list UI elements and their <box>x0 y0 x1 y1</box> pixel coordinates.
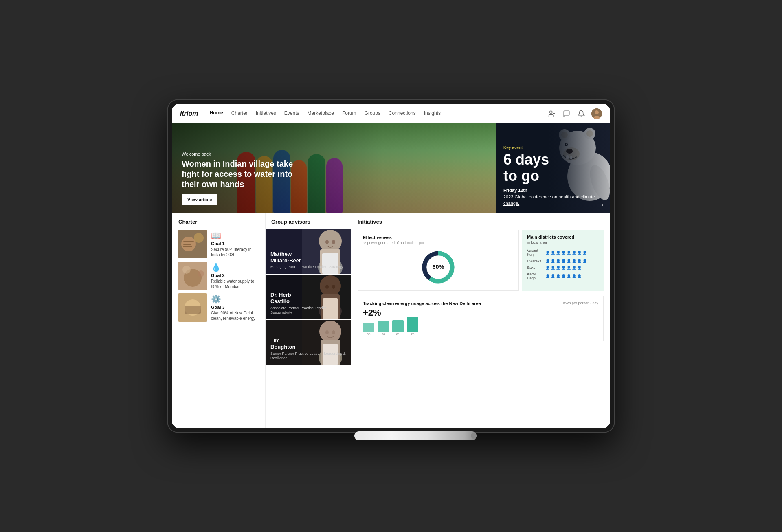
hero-welcome-text: Welcome back <box>182 152 486 156</box>
bar-73 <box>407 317 418 332</box>
person-icon-empty: 👤 <box>577 251 582 255</box>
person-icon: 👤 <box>545 251 550 255</box>
karol-icons: 👤 👤 👤 👤 👤 👤 👤 <box>545 274 582 278</box>
person-icon: 👤 <box>551 251 555 255</box>
user-avatar[interactable] <box>591 108 602 119</box>
svg-point-52 <box>325 330 329 334</box>
nav-item-home[interactable]: Home <box>209 110 223 117</box>
nav-item-insights[interactable]: Insights <box>424 110 441 117</box>
donut-chart: 60% <box>363 249 514 286</box>
person-icon: 👤 <box>551 266 555 270</box>
advisor-cards: MatthewMillard-Beer Managing Partner Pra… <box>266 229 351 365</box>
nav-item-charter[interactable]: Charter <box>231 110 248 117</box>
nav-item-forum[interactable]: Forum <box>342 110 356 117</box>
bar-label-73: 73 <box>411 332 415 336</box>
bar-group-58: 58 <box>363 323 374 336</box>
svg-point-38 <box>325 240 329 244</box>
tracking-card: Tracking clean energy usage across the N… <box>358 296 604 341</box>
donut-label: 60% <box>433 264 444 270</box>
goal1-label: Goal 1 <box>211 241 259 246</box>
notifications-icon[interactable] <box>577 109 586 118</box>
content-area: Charter 📖 Goal 1 Secure 90% literacy in … <box>172 213 610 428</box>
svg-point-4 <box>595 110 599 114</box>
svg-point-25 <box>194 233 204 243</box>
charter-section: Charter 📖 Goal 1 Secure 90% literacy in … <box>172 213 266 428</box>
event-countdown: 6 days to go <box>503 152 603 184</box>
event-tag: Key event <box>503 145 603 150</box>
bar-group-61: 61 <box>392 320 404 336</box>
bar-58 <box>363 323 374 332</box>
charter-img-goal3 <box>178 293 207 322</box>
advisor-card-herb[interactable]: Dr. HerbCastillo Associate Partner Pract… <box>266 275 351 319</box>
nav-item-events[interactable]: Events <box>284 110 299 117</box>
districts-card: Main districts covered in local area Vas… <box>522 230 604 291</box>
view-article-button[interactable]: View article <box>182 194 217 205</box>
charter-text-goal1: 📖 Goal 1 Secure 90% literacy in India by… <box>211 230 259 258</box>
person-icon: 👤 <box>556 266 560 270</box>
initiatives-title: Initiatives <box>358 219 604 225</box>
person-icon: 👤 <box>556 259 560 263</box>
nav-item-marketplace[interactable]: Marketplace <box>308 110 334 117</box>
brand-logo[interactable]: Itriom <box>180 110 198 117</box>
apple-pencil <box>354 431 477 440</box>
tracking-title: Tracking clean energy usage across the N… <box>363 301 481 306</box>
person-icon: 👤 <box>551 274 555 278</box>
charter-item-goal3: ⚙️ Goal 3 Give 90% of New Delhi clean, r… <box>178 293 259 322</box>
energy-icon: ⚙️ <box>211 294 259 304</box>
svg-point-45 <box>325 285 329 289</box>
literacy-icon: 📖 <box>211 231 259 240</box>
districts-title: Main districts covered <box>527 235 599 240</box>
vasant-label: VasantKunj <box>527 248 545 257</box>
bar-label-61: 61 <box>396 332 400 336</box>
goal3-label: Goal 3 <box>211 305 259 310</box>
svg-rect-24 <box>183 246 192 247</box>
district-row-dwaraka: Dwaraka 👤 👤 👤 👤 👤 👤 👤 👤 <box>527 259 599 263</box>
person-icon: 👤 <box>561 251 566 255</box>
svg-point-0 <box>550 111 552 113</box>
person-icon-empty: 👤 <box>567 266 571 270</box>
svg-point-46 <box>332 285 335 289</box>
effectiveness-subtitle: % power generated of national output <box>363 241 514 245</box>
person-icon-empty: 👤 <box>577 274 582 278</box>
advisor-card-tim[interactable]: TimBoughton Senior Partner Practice Lead… <box>266 320 351 365</box>
bar-60 <box>378 321 389 332</box>
advisor-card-matthew[interactable]: MatthewMillard-Beer Managing Partner Pra… <box>266 229 351 274</box>
add-person-icon[interactable] <box>547 109 556 118</box>
initiatives-section: Initiatives Effectiveness % power genera… <box>351 213 610 428</box>
nav-item-initiatives[interactable]: Initiatives <box>256 110 276 117</box>
charter-img-goal1 <box>178 230 207 258</box>
person-icon-empty: 👤 <box>582 259 587 263</box>
person-icon-empty: 👤 <box>567 274 571 278</box>
charter-img-goal2 <box>178 262 207 290</box>
nav-item-groups[interactable]: Groups <box>365 110 380 117</box>
tracking-percent: +2% <box>363 308 598 318</box>
hero-side-event[interactable]: Key event 6 days to go Friday 12th 2023 … <box>496 123 610 213</box>
water-icon: 💧 <box>211 262 259 272</box>
charter-items: 📖 Goal 1 Secure 90% literacy in India by… <box>178 230 259 322</box>
person-icon-empty: 👤 <box>561 266 566 270</box>
svg-point-34 <box>319 230 342 253</box>
districts-subtitle: in local area <box>527 240 599 244</box>
event-date: Friday 12th <box>503 188 603 193</box>
herb-title: Associate Partner Practice Leader - Sust… <box>270 306 346 315</box>
person-icon: 👤 <box>561 259 566 263</box>
messages-icon[interactable] <box>562 109 571 118</box>
nav-item-connections[interactable]: Connections <box>389 110 416 117</box>
days-line1: 6 days <box>503 151 549 168</box>
svg-rect-32 <box>185 306 201 314</box>
svg-point-39 <box>332 240 335 244</box>
svg-rect-22 <box>183 241 194 242</box>
hero-section: Welcome back Women in Indian village tak… <box>172 123 610 213</box>
matthew-name: MatthewMillard-Beer <box>270 251 343 264</box>
person-icon: 👤 <box>572 259 576 263</box>
tracking-chart: 58 60 61 73 <box>363 320 598 336</box>
advisors-title: Group advisors <box>266 219 351 225</box>
effectiveness-title: Effectiveness <box>363 235 514 240</box>
nav-actions <box>547 108 602 119</box>
herb-name: Dr. HerbCastillo <box>270 292 346 304</box>
goal1-desc: Secure 90% literacy in India by 2030 <box>211 247 259 257</box>
tim-name: TimBoughton <box>270 337 346 350</box>
goal3-desc: Give 90% of New Delhi clean, renewable e… <box>211 310 259 321</box>
next-arrow-icon[interactable]: → <box>599 202 604 208</box>
charter-title: Charter <box>178 219 259 225</box>
